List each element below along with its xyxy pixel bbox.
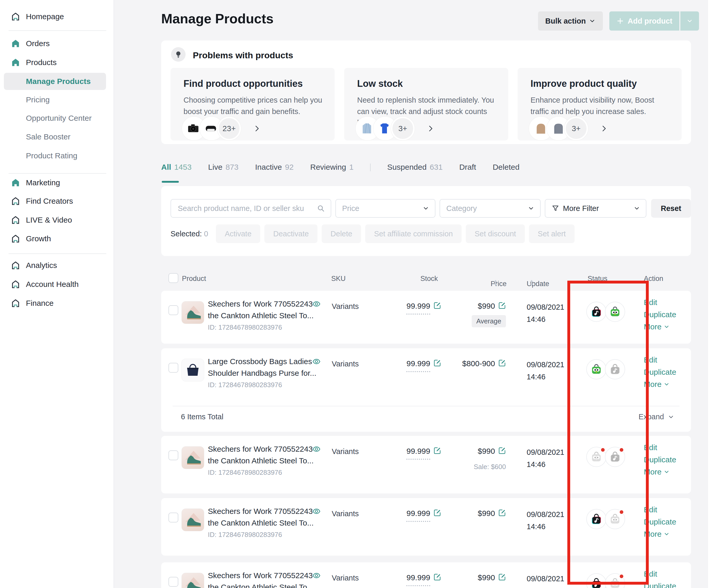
search-icon[interactable] [317,204,325,212]
set-discount-button[interactable]: Set discount [466,225,525,243]
card-thumbnails: 3+ [356,117,435,141]
product-thumbnail [182,446,204,469]
chevron-down-icon [528,205,534,212]
row-checkbox[interactable] [168,450,178,460]
tab-deleted[interactable]: Deleted [493,163,520,171]
bulk-selection-bar: Selected: 0 Activate Deactivate Delete S… [171,225,575,243]
sidebar-item-homepage[interactable]: Homepage [0,8,113,25]
more-filter-select[interactable]: More Filter [545,199,647,218]
sidebar-item-products[interactable]: Products [0,54,113,71]
select-all-checkbox[interactable] [168,273,178,283]
sidebar-item-live-video[interactable]: LIVE & Video [0,212,113,228]
sidebar-item-account-health[interactable]: Account Health [0,276,113,293]
stock-cell: 99.999 [376,359,441,372]
tab-inactive[interactable]: Inactive92 [255,163,294,171]
tab-suspended[interactable]: Suspended631 [387,163,443,171]
problems-with-products-section: Problems with products Find product oppo… [161,40,691,144]
product-name: Skechers for Work 770552243 the Cankton … [208,505,330,529]
products-icon [10,57,21,68]
sidebar-item-label: Find Creators [26,197,73,206]
row-checkbox[interactable] [168,512,178,522]
chevron-right-icon[interactable] [427,125,435,132]
price-cell: $990 [436,447,506,456]
chevron-right-icon[interactable] [253,125,261,132]
card-low-stock[interactable]: Low stock Need to replenish stock immedi… [344,68,508,141]
sidebar-item-label: Growth [26,234,51,243]
delete-button[interactable]: Delete [322,225,361,243]
search-input[interactable] [177,204,317,213]
card-description: Enhance product visibility now, Boost tr… [531,94,671,117]
bulk-action-button[interactable]: Bulk action [538,12,603,30]
stock-cell: 99.999 [376,447,441,460]
search-field[interactable] [171,199,331,218]
edit-price-icon[interactable] [498,302,506,310]
row-checkbox[interactable] [168,577,178,587]
find-creators-icon [10,196,21,206]
card-thumbnails: 23+ [182,117,261,141]
price-value: $990 [478,447,495,456]
edit-price-icon[interactable] [498,573,506,581]
product-id: ID: 17284678980283976 [208,468,282,477]
sidebar-item-label: Account Health [26,280,79,289]
row-checkbox[interactable] [168,305,178,315]
tab-draft[interactable]: Draft [459,163,476,171]
sidebar-divider [8,30,106,31]
sidebar-item-label: Manage Products [26,77,91,86]
card-find-product-opportunities[interactable]: Find product opportunities Choosing comp… [171,68,335,141]
filter-funnel-icon [552,205,559,212]
set-affiliate-commission-button[interactable]: Set affiliate commission [365,225,462,243]
price-value: $990 [478,302,495,311]
row-checkbox[interactable] [168,363,178,373]
activate-button[interactable]: Activate [216,225,260,243]
sidebar-item-find-creators[interactable]: Find Creators [0,193,113,209]
preview-eye-icon[interactable] [312,571,321,580]
sidebar-item-product-rating[interactable]: Product Rating [0,147,113,164]
sidebar-item-pricing[interactable]: Pricing [0,91,113,108]
sidebar-item-orders[interactable]: Orders [0,35,113,52]
edit-price-icon[interactable] [498,359,506,367]
sale-price-label: Sale: $600 [474,463,506,471]
sku-value: Variants [332,360,359,368]
tab-divider [370,164,370,171]
sidebar-item-opportunity-center[interactable]: Opportunity Center [0,110,113,126]
product-id: ID: 17284678980283976 [208,381,282,389]
analytics-icon [10,260,21,271]
price-filter-select[interactable]: Price [335,199,436,218]
sku-value: Variants [332,574,359,582]
preview-eye-icon[interactable] [312,507,321,516]
preview-eye-icon[interactable] [312,299,321,308]
sort-icon[interactable] [494,280,497,286]
add-product-label: Add product [628,17,672,25]
page-title: Manage Products [161,11,273,26]
sort-icon[interactable] [530,280,533,286]
sidebar-item-growth[interactable]: Growth [0,230,113,247]
sidebar-item-manage-products[interactable]: Manage Products [0,73,113,90]
price-cell: $990 [436,302,506,311]
preview-eye-icon[interactable] [312,445,321,454]
category-filter-select[interactable]: Category [440,199,541,218]
tab-reviewing[interactable]: Reviewing1 [310,163,354,171]
set-alert-button[interactable]: Set alert [529,225,575,243]
deactivate-button[interactable]: Deactivate [264,225,317,243]
tab-all[interactable]: All1453 [161,163,192,171]
price-cell: $990 [436,573,506,582]
preview-eye-icon[interactable] [312,357,321,366]
sidebar-item-marketing[interactable]: Marketing [0,174,113,191]
tab-live[interactable]: Live873 [208,163,238,171]
stock-value: 99.999 [406,573,430,586]
update-date: 09/08/2021 [527,573,564,585]
reset-button[interactable]: Reset [651,199,691,218]
sidebar-item-finance[interactable]: Finance [0,295,113,312]
update-cell: 09/08/2021 14:46 [527,573,564,588]
card-improve-product-quality[interactable]: Improve product quality Enhance product … [517,68,682,141]
sidebar-item-analytics[interactable]: Analytics [0,257,113,274]
add-product-dropdown-button[interactable] [680,12,699,30]
edit-price-icon[interactable] [498,509,506,517]
chevron-down-icon [633,205,640,212]
edit-price-icon[interactable] [498,447,506,455]
product-name: Skechers for Work 770552243 the Cankton … [208,298,330,321]
chevron-right-icon[interactable] [600,125,608,132]
add-product-button[interactable]: Add product [609,12,679,30]
sidebar-item-sale-booster[interactable]: Sale Booster [0,128,113,145]
card-title: Find product opportunities [184,78,303,89]
